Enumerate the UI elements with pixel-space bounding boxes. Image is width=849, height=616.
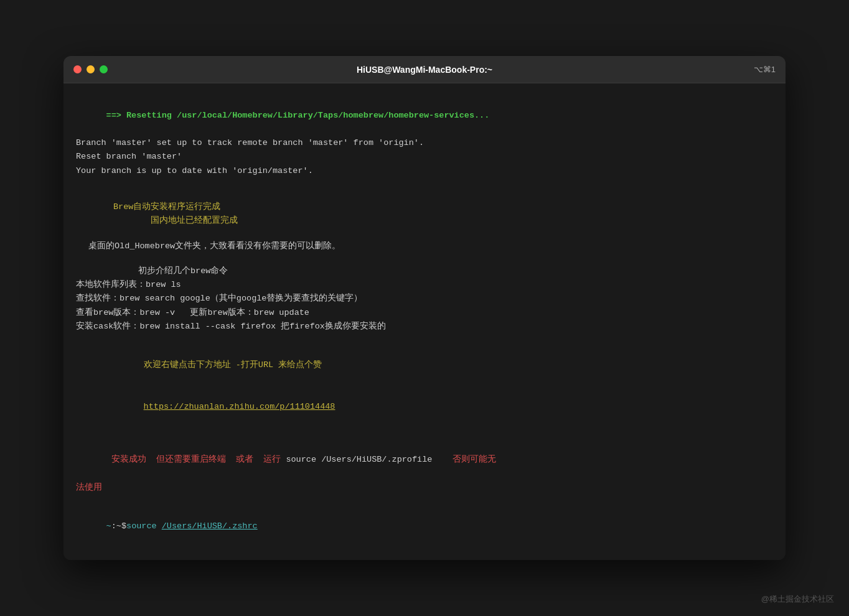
terminal-line-url-link[interactable]: https://zhuanlan.zhihu.com/p/111014448 (76, 386, 773, 428)
maximize-button[interactable] (100, 65, 108, 73)
terminal-line: Your branch is up to date with 'origin/m… (76, 164, 773, 178)
terminal-body[interactable]: ==> Resetting /usr/local/Homebrew/Librar… (63, 83, 786, 559)
terminal-line: 安装cask软件：brew install --cask firefox 把fi… (76, 320, 773, 334)
terminal-line: 桌面的Old_Homebrew文件夹，大致看看没有你需要的可以删除。 (76, 240, 773, 253)
terminal-line: Brew自动安装程序运行完成 (76, 200, 773, 214)
terminal-line: 国内地址已经配置完成 (76, 214, 773, 228)
terminal-line-fail: 法使用 (76, 481, 773, 495)
terminal-window: HiUSB@WangMi-MacBook-Pro:~ ⌥⌘1 ==> Reset… (63, 56, 786, 559)
close-button[interactable] (73, 65, 82, 73)
titlebar: HiUSB@WangMi-MacBook-Pro:~ ⌥⌘1 (63, 56, 786, 83)
minimize-button[interactable] (87, 65, 95, 73)
window-title: HiUSB@WangMi-MacBook-Pro:~ (357, 65, 492, 75)
terminal-line-url: 欢迎右键点击下方地址 -打开URL 来给点个赞 (76, 345, 773, 386)
watermark: @稀土掘金技术社区 (761, 594, 834, 605)
window-shortcut: ⌥⌘1 (754, 65, 776, 74)
terminal-line: Branch 'master' set up to track remote b… (76, 136, 773, 150)
traffic-lights (73, 65, 108, 73)
terminal-line-success: 安装成功 但还需要重启终端 或者 运行 source /Users/HiUSB/… (76, 439, 773, 481)
terminal-line: ==> Resetting /usr/local/Homebrew/Librar… (76, 95, 773, 136)
terminal-line: 本地软件库列表：brew ls (76, 278, 773, 292)
terminal-line: 查看brew版本：brew -v 更新brew版本：brew update (76, 306, 773, 320)
terminal-prompt[interactable]: ~:~$source /Users/HiUSB/.zshrc (76, 506, 773, 548)
terminal-line: Reset branch 'master' (76, 150, 773, 164)
terminal-line: 初步介绍几个brew命令 (76, 264, 773, 278)
terminal-line: 查找软件：brew search google（其中google替换为要查找的关… (76, 292, 773, 306)
